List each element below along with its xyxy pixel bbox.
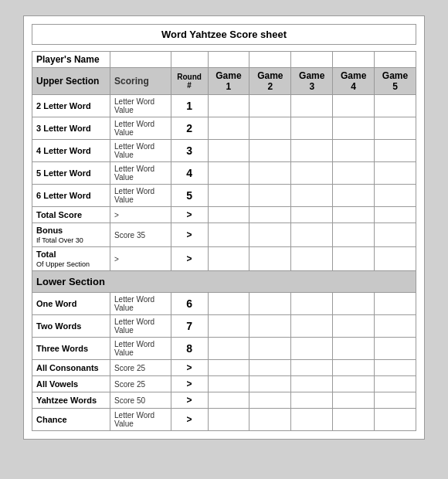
g2-6letter[interactable] [249, 185, 291, 207]
score-6letter: Letter Word Value [110, 185, 171, 207]
g4-two-words[interactable] [333, 315, 375, 338]
cat-chance: Chance [32, 409, 110, 431]
g1-one-word[interactable] [208, 293, 249, 315]
g1-6letter[interactable] [208, 185, 249, 207]
g5-two-words[interactable] [375, 315, 416, 338]
g3-one-word[interactable] [291, 293, 333, 315]
g5-total-score[interactable] [375, 207, 416, 223]
g1-5letter[interactable] [208, 162, 249, 185]
g4-chance[interactable] [333, 409, 375, 431]
g2-all-consonants[interactable] [249, 360, 291, 376]
score-2letter: Letter Word Value [110, 95, 171, 117]
g4-4letter[interactable] [333, 140, 375, 162]
g5-3letter[interactable] [375, 117, 416, 140]
g2-3letter[interactable] [249, 117, 291, 140]
g5-6letter[interactable] [375, 185, 416, 207]
g2-two-words[interactable] [249, 315, 291, 338]
g4-total-score[interactable] [333, 207, 375, 223]
g5-one-word[interactable] [375, 293, 416, 315]
cat-total-upper: TotalOf Upper Section [32, 247, 110, 271]
g4-all-consonants[interactable] [333, 360, 375, 376]
g4-one-word[interactable] [333, 293, 375, 315]
row-6letter: 6 Letter Word Letter Word Value 5 [32, 185, 416, 207]
g1-4letter[interactable] [208, 140, 249, 162]
g1-three-words[interactable] [208, 338, 249, 360]
g2-yahtzee-words[interactable] [249, 392, 291, 409]
g5-yahtzee-words[interactable] [375, 392, 416, 409]
g2-chance[interactable] [249, 409, 291, 431]
score-all-consonants: Score 25 [110, 360, 171, 376]
g4-total-upper[interactable] [333, 247, 375, 271]
round-2letter: 1 [171, 95, 208, 117]
g2-total-upper[interactable] [249, 247, 291, 271]
g3-total-score[interactable] [291, 207, 333, 223]
g3-yahtzee-words[interactable] [291, 392, 333, 409]
g4-all-vowels[interactable] [333, 376, 375, 392]
g5-4letter[interactable] [375, 140, 416, 162]
row-yahtzee-words: Yahtzee Words Score 50 > [32, 392, 416, 409]
g3-6letter[interactable] [291, 185, 333, 207]
g3-two-words[interactable] [291, 315, 333, 338]
g3-total-upper[interactable] [291, 247, 333, 271]
g5-all-consonants[interactable] [375, 360, 416, 376]
g3-3letter[interactable] [291, 117, 333, 140]
g5-all-vowels[interactable] [375, 376, 416, 392]
g5-5letter[interactable] [375, 162, 416, 185]
g5-chance[interactable] [375, 409, 416, 431]
col-upper-section: Upper Section [32, 68, 110, 95]
g1-3letter[interactable] [208, 117, 249, 140]
g5-total-upper[interactable] [375, 247, 416, 271]
g1-total-score[interactable] [208, 207, 249, 223]
g2-three-words[interactable] [249, 338, 291, 360]
g2-5letter[interactable] [249, 162, 291, 185]
g4-3letter[interactable] [333, 117, 375, 140]
score-4letter: Letter Word Value [110, 140, 171, 162]
player-name-g1 [208, 52, 249, 68]
g3-2letter[interactable] [291, 95, 333, 117]
g1-bonus[interactable] [208, 223, 249, 247]
g3-all-consonants[interactable] [291, 360, 333, 376]
round-one-word: 6 [171, 293, 208, 315]
row-bonus: BonusIf Total Over 30 Score 35 > [32, 223, 416, 247]
g2-4letter[interactable] [249, 140, 291, 162]
g2-total-score[interactable] [249, 207, 291, 223]
player-name-value[interactable] [110, 52, 171, 68]
cat-3letter: 3 Letter Word [32, 117, 110, 140]
g1-2letter[interactable] [208, 95, 249, 117]
g5-2letter[interactable] [375, 95, 416, 117]
g4-2letter[interactable] [333, 95, 375, 117]
cat-bonus: BonusIf Total Over 30 [32, 223, 110, 247]
g4-5letter[interactable] [333, 162, 375, 185]
round-4letter: 3 [171, 140, 208, 162]
g1-all-vowels[interactable] [208, 376, 249, 392]
g4-bonus[interactable] [333, 223, 375, 247]
g2-bonus[interactable] [249, 223, 291, 247]
g1-all-consonants[interactable] [208, 360, 249, 376]
row-total-upper: TotalOf Upper Section > > [32, 247, 416, 271]
g4-three-words[interactable] [333, 338, 375, 360]
row-5letter: 5 Letter Word Letter Word Value 4 [32, 162, 416, 185]
g2-one-word[interactable] [249, 293, 291, 315]
g1-total-upper[interactable] [208, 247, 249, 271]
score-bonus: Score 35 [110, 223, 171, 247]
row-2letter: 2 Letter Word Letter Word Value 1 [32, 95, 416, 117]
g1-chance[interactable] [208, 409, 249, 431]
g5-bonus[interactable] [375, 223, 416, 247]
g5-three-words[interactable] [375, 338, 416, 360]
g2-2letter[interactable] [249, 95, 291, 117]
g4-6letter[interactable] [333, 185, 375, 207]
g3-5letter[interactable] [291, 162, 333, 185]
sheet-title: Word Yahtzee Score sheet [32, 24, 416, 45]
g3-bonus[interactable] [291, 223, 333, 247]
g2-all-vowels[interactable] [249, 376, 291, 392]
g3-chance[interactable] [291, 409, 333, 431]
round-all-consonants: > [171, 360, 208, 376]
cat-two-words: Two Words [32, 315, 110, 338]
g1-yahtzee-words[interactable] [208, 392, 249, 409]
g1-two-words[interactable] [208, 315, 249, 338]
g3-4letter[interactable] [291, 140, 333, 162]
round-total-upper: > [171, 247, 208, 271]
g3-three-words[interactable] [291, 338, 333, 360]
g3-all-vowels[interactable] [291, 376, 333, 392]
g4-yahtzee-words[interactable] [333, 392, 375, 409]
